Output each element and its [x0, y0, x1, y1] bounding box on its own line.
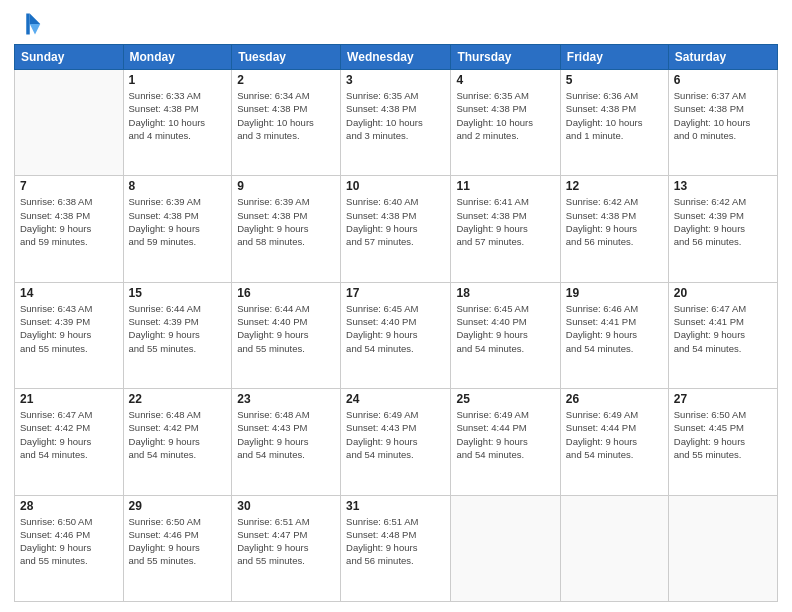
day-number: 14: [20, 286, 118, 300]
day-detail: Sunrise: 6:44 AM Sunset: 4:39 PM Dayligh…: [129, 302, 227, 355]
day-detail: Sunrise: 6:44 AM Sunset: 4:40 PM Dayligh…: [237, 302, 335, 355]
day-cell: 6Sunrise: 6:37 AM Sunset: 4:38 PM Daylig…: [668, 70, 777, 176]
day-number: 22: [129, 392, 227, 406]
day-number: 3: [346, 73, 445, 87]
day-cell: [15, 70, 124, 176]
day-detail: Sunrise: 6:42 AM Sunset: 4:38 PM Dayligh…: [566, 195, 663, 248]
calendar-table: SundayMondayTuesdayWednesdayThursdayFrid…: [14, 44, 778, 602]
day-detail: Sunrise: 6:49 AM Sunset: 4:44 PM Dayligh…: [456, 408, 554, 461]
day-cell: 20Sunrise: 6:47 AM Sunset: 4:41 PM Dayli…: [668, 282, 777, 388]
day-detail: Sunrise: 6:35 AM Sunset: 4:38 PM Dayligh…: [456, 89, 554, 142]
day-cell: 16Sunrise: 6:44 AM Sunset: 4:40 PM Dayli…: [232, 282, 341, 388]
day-number: 28: [20, 499, 118, 513]
day-detail: Sunrise: 6:51 AM Sunset: 4:47 PM Dayligh…: [237, 515, 335, 568]
day-detail: Sunrise: 6:42 AM Sunset: 4:39 PM Dayligh…: [674, 195, 772, 248]
col-header-saturday: Saturday: [668, 45, 777, 70]
day-number: 6: [674, 73, 772, 87]
day-detail: Sunrise: 6:39 AM Sunset: 4:38 PM Dayligh…: [129, 195, 227, 248]
logo-icon: [14, 10, 42, 38]
day-number: 27: [674, 392, 772, 406]
day-number: 16: [237, 286, 335, 300]
day-number: 13: [674, 179, 772, 193]
day-detail: Sunrise: 6:48 AM Sunset: 4:42 PM Dayligh…: [129, 408, 227, 461]
header: [14, 10, 778, 38]
day-cell: [451, 495, 560, 601]
day-cell: 24Sunrise: 6:49 AM Sunset: 4:43 PM Dayli…: [341, 389, 451, 495]
day-detail: Sunrise: 6:36 AM Sunset: 4:38 PM Dayligh…: [566, 89, 663, 142]
day-detail: Sunrise: 6:50 AM Sunset: 4:45 PM Dayligh…: [674, 408, 772, 461]
day-detail: Sunrise: 6:38 AM Sunset: 4:38 PM Dayligh…: [20, 195, 118, 248]
day-cell: 26Sunrise: 6:49 AM Sunset: 4:44 PM Dayli…: [560, 389, 668, 495]
col-header-monday: Monday: [123, 45, 232, 70]
day-number: 2: [237, 73, 335, 87]
day-detail: Sunrise: 6:45 AM Sunset: 4:40 PM Dayligh…: [456, 302, 554, 355]
day-cell: 14Sunrise: 6:43 AM Sunset: 4:39 PM Dayli…: [15, 282, 124, 388]
day-detail: Sunrise: 6:43 AM Sunset: 4:39 PM Dayligh…: [20, 302, 118, 355]
day-cell: 3Sunrise: 6:35 AM Sunset: 4:38 PM Daylig…: [341, 70, 451, 176]
day-cell: 23Sunrise: 6:48 AM Sunset: 4:43 PM Dayli…: [232, 389, 341, 495]
day-cell: 22Sunrise: 6:48 AM Sunset: 4:42 PM Dayli…: [123, 389, 232, 495]
col-header-thursday: Thursday: [451, 45, 560, 70]
day-cell: 9Sunrise: 6:39 AM Sunset: 4:38 PM Daylig…: [232, 176, 341, 282]
day-cell: 12Sunrise: 6:42 AM Sunset: 4:38 PM Dayli…: [560, 176, 668, 282]
day-detail: Sunrise: 6:39 AM Sunset: 4:38 PM Dayligh…: [237, 195, 335, 248]
day-cell: 17Sunrise: 6:45 AM Sunset: 4:40 PM Dayli…: [341, 282, 451, 388]
day-cell: 4Sunrise: 6:35 AM Sunset: 4:38 PM Daylig…: [451, 70, 560, 176]
day-number: 30: [237, 499, 335, 513]
day-number: 1: [129, 73, 227, 87]
day-cell: 2Sunrise: 6:34 AM Sunset: 4:38 PM Daylig…: [232, 70, 341, 176]
day-cell: 10Sunrise: 6:40 AM Sunset: 4:38 PM Dayli…: [341, 176, 451, 282]
day-detail: Sunrise: 6:33 AM Sunset: 4:38 PM Dayligh…: [129, 89, 227, 142]
day-cell: 8Sunrise: 6:39 AM Sunset: 4:38 PM Daylig…: [123, 176, 232, 282]
week-row-4: 21Sunrise: 6:47 AM Sunset: 4:42 PM Dayli…: [15, 389, 778, 495]
svg-marker-2: [26, 14, 30, 35]
day-number: 12: [566, 179, 663, 193]
page: SundayMondayTuesdayWednesdayThursdayFrid…: [0, 0, 792, 612]
day-cell: 21Sunrise: 6:47 AM Sunset: 4:42 PM Dayli…: [15, 389, 124, 495]
day-cell: 5Sunrise: 6:36 AM Sunset: 4:38 PM Daylig…: [560, 70, 668, 176]
day-detail: Sunrise: 6:49 AM Sunset: 4:43 PM Dayligh…: [346, 408, 445, 461]
day-number: 10: [346, 179, 445, 193]
day-cell: 7Sunrise: 6:38 AM Sunset: 4:38 PM Daylig…: [15, 176, 124, 282]
day-cell: 15Sunrise: 6:44 AM Sunset: 4:39 PM Dayli…: [123, 282, 232, 388]
day-number: 4: [456, 73, 554, 87]
svg-marker-0: [30, 14, 41, 25]
day-cell: 27Sunrise: 6:50 AM Sunset: 4:45 PM Dayli…: [668, 389, 777, 495]
day-number: 23: [237, 392, 335, 406]
day-detail: Sunrise: 6:35 AM Sunset: 4:38 PM Dayligh…: [346, 89, 445, 142]
day-number: 29: [129, 499, 227, 513]
day-number: 17: [346, 286, 445, 300]
day-number: 18: [456, 286, 554, 300]
day-number: 5: [566, 73, 663, 87]
day-cell: 25Sunrise: 6:49 AM Sunset: 4:44 PM Dayli…: [451, 389, 560, 495]
day-cell: 29Sunrise: 6:50 AM Sunset: 4:46 PM Dayli…: [123, 495, 232, 601]
day-detail: Sunrise: 6:41 AM Sunset: 4:38 PM Dayligh…: [456, 195, 554, 248]
week-row-2: 7Sunrise: 6:38 AM Sunset: 4:38 PM Daylig…: [15, 176, 778, 282]
day-detail: Sunrise: 6:40 AM Sunset: 4:38 PM Dayligh…: [346, 195, 445, 248]
day-number: 7: [20, 179, 118, 193]
calendar-header-row: SundayMondayTuesdayWednesdayThursdayFrid…: [15, 45, 778, 70]
day-cell: 19Sunrise: 6:46 AM Sunset: 4:41 PM Dayli…: [560, 282, 668, 388]
svg-marker-1: [30, 24, 41, 35]
day-detail: Sunrise: 6:49 AM Sunset: 4:44 PM Dayligh…: [566, 408, 663, 461]
day-number: 9: [237, 179, 335, 193]
day-cell: 11Sunrise: 6:41 AM Sunset: 4:38 PM Dayli…: [451, 176, 560, 282]
day-detail: Sunrise: 6:46 AM Sunset: 4:41 PM Dayligh…: [566, 302, 663, 355]
day-number: 24: [346, 392, 445, 406]
col-header-sunday: Sunday: [15, 45, 124, 70]
day-number: 21: [20, 392, 118, 406]
logo: [14, 10, 46, 38]
day-number: 20: [674, 286, 772, 300]
col-header-wednesday: Wednesday: [341, 45, 451, 70]
day-number: 15: [129, 286, 227, 300]
day-number: 11: [456, 179, 554, 193]
day-detail: Sunrise: 6:34 AM Sunset: 4:38 PM Dayligh…: [237, 89, 335, 142]
day-detail: Sunrise: 6:45 AM Sunset: 4:40 PM Dayligh…: [346, 302, 445, 355]
day-cell: 13Sunrise: 6:42 AM Sunset: 4:39 PM Dayli…: [668, 176, 777, 282]
day-number: 25: [456, 392, 554, 406]
day-cell: 31Sunrise: 6:51 AM Sunset: 4:48 PM Dayli…: [341, 495, 451, 601]
week-row-5: 28Sunrise: 6:50 AM Sunset: 4:46 PM Dayli…: [15, 495, 778, 601]
day-detail: Sunrise: 6:47 AM Sunset: 4:42 PM Dayligh…: [20, 408, 118, 461]
day-detail: Sunrise: 6:47 AM Sunset: 4:41 PM Dayligh…: [674, 302, 772, 355]
day-cell: 30Sunrise: 6:51 AM Sunset: 4:47 PM Dayli…: [232, 495, 341, 601]
